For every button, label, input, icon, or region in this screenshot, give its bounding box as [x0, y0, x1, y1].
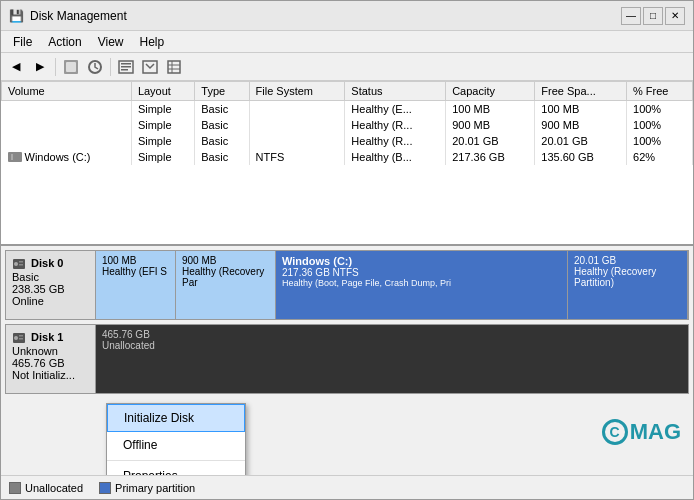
col-freespace[interactable]: Free Spa...	[535, 82, 627, 101]
menu-action[interactable]: Action	[40, 33, 89, 51]
disk0-windows-detail: Healthy (Boot, Page File, Crash Dump, Pr…	[282, 278, 561, 288]
table-cell-0-4: Healthy (E...	[345, 101, 446, 118]
toolbar-btn-4[interactable]	[139, 56, 161, 78]
table-row[interactable]: Windows (C:)SimpleBasicNTFSHealthy (B...…	[2, 149, 693, 165]
table-cell-2-3	[249, 133, 345, 149]
col-status[interactable]: Status	[345, 82, 446, 101]
table-cell-0-0	[2, 101, 132, 118]
table-row[interactable]: SimpleBasicHealthy (R...900 MB900 MB100%	[2, 117, 693, 133]
table-cell-3-4: Healthy (B...	[345, 149, 446, 165]
table-row[interactable]: SimpleBasicHealthy (E...100 MB100 MB100%	[2, 101, 693, 118]
table-cell-2-4: Healthy (R...	[345, 133, 446, 149]
volumes-table: Volume Layout Type File System Status Ca…	[1, 81, 693, 165]
table-cell-1-3	[249, 117, 345, 133]
toolbar-btn-5[interactable]	[163, 56, 185, 78]
svg-rect-6	[121, 69, 128, 71]
disk0-name: Disk 0	[12, 257, 89, 271]
legend-unallocated: Unallocated	[9, 482, 83, 494]
watermark: C MAG	[602, 419, 681, 445]
table-cell-2-6: 20.01 GB	[535, 133, 627, 149]
col-filesystem[interactable]: File System	[249, 82, 345, 101]
svg-point-15	[14, 262, 18, 266]
toolbar-btn-3[interactable]	[115, 56, 137, 78]
col-percentfree[interactable]: % Free	[627, 82, 693, 101]
disk1-type: Unknown	[12, 345, 89, 357]
table-cell-0-2: Basic	[195, 101, 249, 118]
disk1-partitions: 465.76 GB Unallocated	[96, 325, 688, 393]
col-layout[interactable]: Layout	[131, 82, 194, 101]
table-cell-1-2: Basic	[195, 117, 249, 133]
minimize-button[interactable]: —	[621, 7, 641, 25]
disk0-recovery2-sublabel: Healthy (Recovery Partition)	[574, 266, 681, 288]
disk0-size: 238.35 GB	[12, 283, 89, 295]
disk0-row: Disk 0 Basic 238.35 GB Online 100 MB Hea…	[5, 250, 689, 320]
svg-rect-8	[168, 61, 180, 73]
svg-rect-4	[121, 63, 131, 65]
table-cell-2-5: 20.01 GB	[446, 133, 535, 149]
col-volume[interactable]: Volume	[2, 82, 132, 101]
menu-file[interactable]: File	[5, 33, 40, 51]
menu-view[interactable]: View	[90, 33, 132, 51]
disk0-status: Online	[12, 295, 89, 307]
status-bar: Unallocated Primary partition	[1, 475, 693, 499]
disk0-efi-label: 100 MB	[102, 255, 169, 266]
disk1-name: Disk 1	[12, 331, 89, 345]
menu-bar: File Action View Help	[1, 31, 693, 53]
disk1-unallocated[interactable]: 465.76 GB Unallocated	[96, 325, 688, 393]
table-cell-3-6: 135.60 GB	[535, 149, 627, 165]
title-bar-left: 💾 Disk Management	[9, 9, 127, 23]
toolbar-btn-2[interactable]	[84, 56, 106, 78]
maximize-button[interactable]: □	[643, 7, 663, 25]
table-section: Volume Layout Type File System Status Ca…	[1, 81, 693, 246]
forward-button[interactable]: ▶	[29, 56, 51, 78]
disk0-recovery-label: 900 MB	[182, 255, 269, 266]
toolbar-btn-1[interactable]	[60, 56, 82, 78]
svg-rect-16	[19, 261, 23, 263]
table-cell-0-3	[249, 101, 345, 118]
table-cell-2-0	[2, 133, 132, 149]
table-cell-1-4: Healthy (R...	[345, 117, 446, 133]
context-menu-initialize[interactable]: Initialize Disk	[107, 404, 245, 432]
table-cell-1-6: 900 MB	[535, 117, 627, 133]
col-capacity[interactable]: Capacity	[446, 82, 535, 101]
table-cell-1-5: 900 MB	[446, 117, 535, 133]
disk1-row: Disk 1 Unknown 465.76 GB Not Initializ..…	[5, 324, 689, 394]
disk0-windows-sublabel: 217.36 GB NTFS	[282, 267, 561, 278]
disk0-partition-windows[interactable]: Windows (C:) 217.36 GB NTFS Healthy (Boo…	[276, 251, 568, 319]
disk0-windows-label: Windows (C:)	[282, 255, 561, 267]
back-button[interactable]: ◀	[5, 56, 27, 78]
col-type[interactable]: Type	[195, 82, 249, 101]
disk0-partition-recovery2[interactable]: 20.01 GB Healthy (Recovery Partition)	[568, 251, 688, 319]
menu-help[interactable]: Help	[132, 33, 173, 51]
legend-primary: Primary partition	[99, 482, 195, 494]
context-menu-offline[interactable]: Offline	[107, 432, 245, 458]
table-cell-1-1: Simple	[131, 117, 194, 133]
svg-rect-21	[19, 338, 23, 340]
table-cell-0-5: 100 MB	[446, 101, 535, 118]
table-cell-2-1: Simple	[131, 133, 194, 149]
table-row[interactable]: SimpleBasicHealthy (R...20.01 GB20.01 GB…	[2, 133, 693, 149]
disk0-recovery-sublabel: Healthy (Recovery Par	[182, 266, 269, 288]
table-cell-3-0: Windows (C:)	[2, 149, 132, 165]
context-menu-properties[interactable]: Properties	[107, 463, 245, 475]
svg-rect-5	[121, 66, 131, 68]
table-cell-1-7: 100%	[627, 117, 693, 133]
disk0-recovery2-label: 20.01 GB	[574, 255, 681, 266]
title-bar: 💾 Disk Management — □ ✕	[1, 1, 693, 31]
close-button[interactable]: ✕	[665, 7, 685, 25]
disk1-unallocated-label: 465.76 GB	[102, 329, 150, 340]
disk0-label: Disk 0 Basic 238.35 GB Online	[6, 251, 96, 319]
disk1-status: Not Initializ...	[12, 369, 89, 381]
svg-rect-12	[8, 152, 22, 162]
disk0-efi-sublabel: Healthy (EFI S	[102, 266, 169, 277]
window-icon: 💾	[9, 9, 24, 23]
table-cell-3-7: 62%	[627, 149, 693, 165]
table-cell-2-7: 100%	[627, 133, 693, 149]
legend-primary-label: Primary partition	[115, 482, 195, 494]
table-cell-3-1: Simple	[131, 149, 194, 165]
table-cell-3-3: NTFS	[249, 149, 345, 165]
disk0-partition-recovery[interactable]: 900 MB Healthy (Recovery Par	[176, 251, 276, 319]
legend-unallocated-label: Unallocated	[25, 482, 83, 494]
table-cell-3-5: 217.36 GB	[446, 149, 535, 165]
disk0-partition-efi[interactable]: 100 MB Healthy (EFI S	[96, 251, 176, 319]
